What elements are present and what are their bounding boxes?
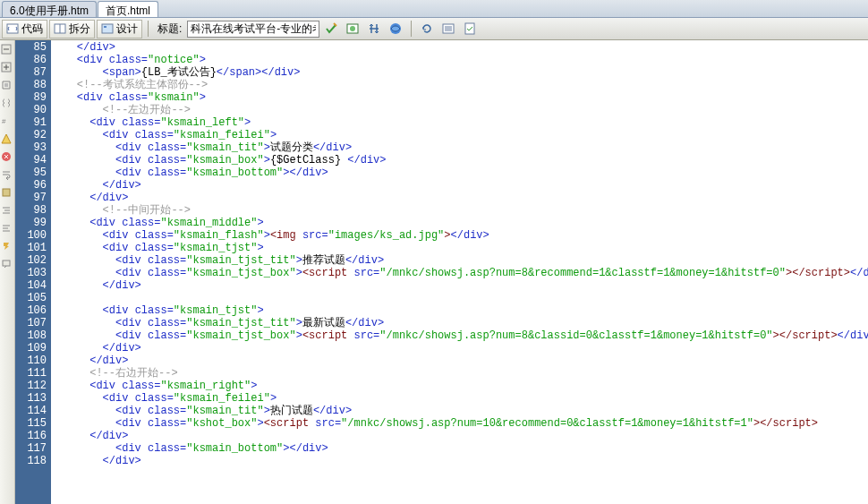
code-btn-label: 代码 (21, 21, 43, 37)
apply-icon[interactable] (321, 20, 341, 38)
word-wrap-icon[interactable] (1, 169, 13, 182)
code-line[interactable]: </div> (51, 192, 868, 204)
code-line[interactable]: <div class="kshot_box"><script src="/mnk… (51, 417, 868, 430)
separator (148, 21, 149, 37)
code-line[interactable]: <div class="ksmain_bottom"></div> (51, 442, 868, 455)
code-line[interactable]: </div> (51, 342, 868, 355)
view-options-icon[interactable] (438, 20, 458, 38)
code-line[interactable]: <div class="notice"> (51, 54, 868, 66)
code-line[interactable]: </div> (51, 430, 868, 442)
line-number: 91 (15, 116, 51, 129)
line-number: 102 (15, 254, 51, 267)
svg-rect-17 (3, 189, 10, 196)
code-line[interactable]: <div class="ksmain_box">{$GetClass} </di… (51, 154, 868, 167)
design-icon (101, 22, 114, 35)
tab-manual[interactable]: 6.0使用手册.htm (2, 1, 97, 17)
line-number: 106 (15, 304, 51, 317)
code-line[interactable]: </div> (51, 455, 868, 467)
collapse-icon[interactable] (1, 44, 13, 56)
code-line[interactable]: <div class="ksmain_tjst"> (51, 242, 868, 254)
line-number: 103 (15, 267, 51, 279)
code-line[interactable]: <!--右边开始--> (51, 367, 868, 380)
snippets-icon[interactable] (1, 187, 13, 200)
code-icon (6, 22, 19, 35)
code-line[interactable]: <div class="ksmain_right"> (51, 380, 868, 392)
line-number: 86 (15, 54, 51, 66)
line-number: 99 (15, 217, 51, 229)
design-btn-label: 设计 (116, 21, 138, 37)
line-number: 110 (15, 355, 51, 367)
tab-label: 首页.html (106, 4, 150, 17)
balance-braces-icon[interactable] (1, 98, 13, 110)
line-number: 108 (15, 329, 51, 342)
line-number: 116 (15, 430, 51, 442)
vertical-toolbar: # (0, 40, 15, 504)
code-line[interactable]: <span>{LB_考试公告}</span></div> (51, 66, 868, 79)
line-number: 118 (15, 455, 51, 467)
code-line[interactable]: <div class="ksmain_tit">热门试题</div> (51, 405, 868, 417)
code-line[interactable]: <!--左边开始--> (51, 104, 868, 116)
line-number: 117 (15, 442, 51, 455)
code-line[interactable]: </div> (51, 355, 868, 367)
code-line[interactable]: <!--中间开始--> (51, 204, 868, 217)
code-line[interactable]: <!--考试系统主体部份--> (51, 79, 868, 91)
tab-index[interactable]: 首页.html (98, 1, 158, 17)
code-line[interactable]: <div class="ksmain_flash"><img src="imag… (51, 229, 868, 242)
highlight-invalid-icon[interactable] (1, 133, 13, 146)
line-number: 109 (15, 342, 51, 355)
line-number: 114 (15, 405, 51, 417)
refresh-icon[interactable] (417, 20, 437, 38)
validate-icon[interactable] (460, 20, 480, 38)
code-line[interactable]: <div class="ksmain_feilei"> (51, 392, 868, 405)
line-number: 113 (15, 392, 51, 405)
select-parent-icon[interactable] (1, 80, 13, 92)
code-view-button[interactable]: 代码 (2, 20, 47, 38)
svg-rect-3 (102, 24, 113, 33)
line-number: 111 (15, 367, 51, 380)
code-line[interactable]: <div class="ksmain_tjst_tit">推荐试题</div> (51, 254, 868, 267)
format-icon[interactable] (1, 241, 13, 253)
line-number-gutter: 8586878889909192939495969798991001011021… (15, 40, 51, 504)
expand-icon[interactable] (1, 62, 13, 74)
indent-icon[interactable] (1, 205, 13, 218)
line-number: 97 (15, 192, 51, 204)
code-line[interactable]: <div class="ksmain_left"> (51, 116, 868, 129)
line-number: 100 (15, 229, 51, 242)
file-management-icon[interactable] (364, 20, 384, 38)
separator (411, 21, 412, 37)
line-number: 87 (15, 66, 51, 79)
preview-icon[interactable] (386, 20, 405, 38)
code-line[interactable]: <div class="ksmain_tit">试题分类</div> (51, 141, 868, 154)
code-line[interactable]: <div class="ksmain"> (51, 91, 868, 104)
line-numbers-icon[interactable]: # (1, 115, 13, 128)
code-line[interactable]: <div class="ksmain_middle"> (51, 217, 868, 229)
code-line[interactable]: </div> (51, 41, 868, 54)
outdent-icon[interactable] (1, 223, 13, 235)
svg-point-6 (350, 26, 355, 31)
line-number: 105 (15, 292, 51, 304)
code-line[interactable]: <div class="ksmain_feilei"> (51, 129, 868, 141)
code-line[interactable]: <div class="ksmain_tjst"> (51, 304, 868, 317)
line-number: 98 (15, 204, 51, 217)
code-line[interactable]: </div> (51, 279, 868, 292)
code-line[interactable]: <div class="ksmain_tjst_box"><script src… (51, 329, 868, 342)
syntax-error-icon[interactable] (1, 151, 13, 164)
editor-main: # 85868788899091929394959697989910010110… (0, 40, 868, 504)
tab-label: 6.0使用手册.htm (10, 4, 89, 17)
code-line[interactable]: <div class="ksmain_tjst_tit">最新试题</div> (51, 317, 868, 329)
code-line[interactable]: <div class="ksmain_tjst_box"><script src… (51, 267, 868, 279)
split-view-button[interactable]: 拆分 (49, 20, 95, 38)
title-input[interactable] (187, 21, 319, 38)
code-editor[interactable]: </div> <div class="notice"> <span>{LB_考试… (51, 40, 868, 504)
line-number: 92 (15, 129, 51, 141)
code-line[interactable] (51, 292, 868, 304)
design-view-button[interactable]: 设计 (97, 20, 142, 38)
line-number: 115 (15, 417, 51, 430)
code-line[interactable]: <div class="ksmain_bottom"></div> (51, 167, 868, 179)
browser-check-icon[interactable] (343, 20, 362, 38)
line-number: 90 (15, 104, 51, 116)
code-line[interactable]: </div> (51, 179, 868, 192)
line-number: 85 (15, 41, 51, 54)
comment-icon[interactable] (1, 259, 13, 271)
line-number: 96 (15, 179, 51, 192)
